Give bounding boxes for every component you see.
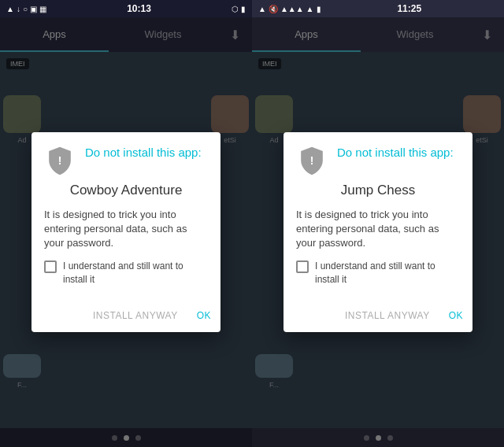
icon-phone: ▦: [39, 5, 46, 13]
icon-circle: ○: [23, 5, 28, 13]
right-dialog-body: Jump Chess It is designed to trick you i…: [284, 183, 472, 302]
left-status-icons: ▲ ↓ ○ ▣ ▦: [6, 5, 46, 13]
icon-cam: ▣: [30, 5, 37, 13]
main-panels: Apps Widgets ⬇ IMEI Ad etSi F...: [0, 17, 504, 447]
right-ok-button[interactable]: OK: [446, 305, 466, 326]
right-warning-text: It is designed to trick you into enterin…: [296, 208, 460, 251]
right-status-icons: ▲ 🔇 ▲▲▲ ▲ ▮: [258, 5, 321, 13]
right-status-bar: ▲ 🔇 ▲▲▲ ▲ ▮ 11:25: [252, 0, 504, 17]
icon-mute: 🔇: [269, 5, 278, 13]
right-checkbox-row: I understand and still want to install i…: [296, 260, 460, 286]
right-time: 11:25: [397, 3, 421, 14]
left-shield-icon: !: [44, 145, 76, 176]
right-checkbox-label: I understand and still want to install i…: [315, 260, 460, 286]
icon-wifi: ▲: [306, 5, 314, 13]
icon-down: ↓: [17, 5, 20, 13]
left-checkbox[interactable]: [44, 260, 57, 273]
right-shield-icon: !: [296, 145, 328, 176]
svg-text:!: !: [310, 154, 314, 167]
right-install-anyway-button[interactable]: INSTALL ANYWAY: [342, 305, 433, 326]
svg-text:!: !: [58, 154, 62, 167]
right-dialog-overlay: ! Do not install this app: Jump Chess It…: [252, 17, 504, 447]
status-bars: ▲ ↓ ○ ▣ ▦ 10:13 ⬡ ▮ ▲ 🔇 ▲▲▲ ▲ ▮ 11:25: [0, 0, 504, 17]
usb-icon: ⬡: [232, 5, 239, 13]
icon-arrow2: ▲: [258, 5, 266, 13]
left-checkbox-label: I understand and still want to install i…: [63, 260, 208, 286]
left-dialog-header: ! Do not install this app:: [32, 132, 220, 183]
left-app-name: Cowboy Adventure: [44, 183, 208, 198]
left-warning-text: It is designed to trick you into enterin…: [44, 208, 208, 251]
left-dialog-actions: INSTALL ANYWAY OK: [32, 302, 220, 332]
left-status-icons-right: ⬡ ▮: [232, 5, 246, 13]
left-install-anyway-button[interactable]: INSTALL ANYWAY: [90, 305, 181, 326]
right-dialog: ! Do not install this app: Jump Chess It…: [284, 132, 472, 332]
right-app-name: Jump Chess: [296, 183, 460, 198]
left-panel: Apps Widgets ⬇ IMEI Ad etSi F...: [0, 17, 252, 447]
icon-arrow: ▲: [6, 5, 14, 13]
left-dialog-overlay: ! Do not install this app: Cowboy Advent…: [0, 17, 252, 447]
right-dialog-title: Do not install this app:: [337, 145, 454, 161]
left-status-bar: ▲ ↓ ○ ▣ ▦ 10:13 ⬡ ▮: [0, 0, 252, 17]
right-dialog-header: ! Do not install this app:: [284, 132, 472, 183]
left-ok-button[interactable]: OK: [194, 305, 214, 326]
battery-icon: ▮: [241, 5, 246, 13]
right-checkbox[interactable]: [296, 260, 309, 273]
left-dialog: ! Do not install this app: Cowboy Advent…: [32, 132, 220, 332]
left-dialog-title: Do not install this app:: [85, 145, 202, 161]
right-dialog-actions: INSTALL ANYWAY OK: [284, 302, 472, 332]
icon-signal: ▲▲▲: [280, 5, 304, 13]
left-time: 10:13: [127, 3, 151, 14]
left-dialog-body: Cowboy Adventure It is designed to trick…: [32, 183, 220, 302]
icon-batt2: ▮: [317, 5, 321, 13]
right-panel: Apps Widgets ⬇ IMEI Ad etSi F...: [252, 17, 504, 447]
left-checkbox-row: I understand and still want to install i…: [44, 260, 208, 286]
